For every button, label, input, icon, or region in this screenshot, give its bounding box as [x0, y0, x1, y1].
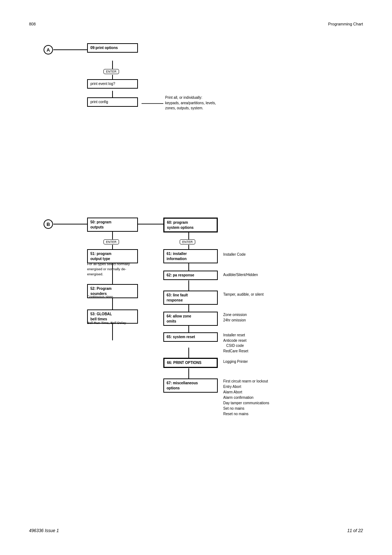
page: 808 Programming Chart A 09:print options… — [0, 0, 392, 555]
note-62: Audible/Silent/Hidden — [223, 272, 258, 278]
box-60: 60: programsystem options — [163, 218, 218, 232]
page-header: 808 Programming Chart — [29, 22, 363, 26]
note-66: Logging Printer — [223, 359, 248, 365]
page-number: 808 — [29, 22, 36, 26]
note-64: Zone omission24hr omission — [223, 312, 247, 323]
note-52: Continuous siren — [87, 294, 138, 299]
box-63: 63: line faultresponse — [163, 291, 218, 305]
enter-pill-a: ENTER — [103, 69, 119, 74]
circle-b-label: B — [44, 219, 53, 229]
note-63: Tamper, audible, or silent — [223, 292, 264, 297]
box-67: 67: miscellaneousoptions — [163, 378, 218, 393]
footer-left: 496336 Issue 1 — [29, 528, 59, 533]
box-65: 65: system reset — [163, 332, 218, 342]
enter-pill-b-left: ENTER — [103, 239, 119, 244]
box-print-config: print config — [87, 97, 138, 107]
section-a-annotation: Print all, or individually:keypads, area… — [165, 95, 216, 111]
box-print-event-log: print event log? — [87, 79, 138, 89]
note-53: Bell Run Time, Bell Delay — [87, 320, 138, 325]
note-51: For all types select normally energised … — [87, 262, 138, 276]
note-67: First circuit rearm or lockoutEntry Abor… — [223, 378, 269, 417]
page-footer: 496336 Issue 1 11 of 22 — [29, 528, 363, 533]
section-a-diagram: A 09:print options ENTER print event log… — [29, 37, 363, 117]
box-66: 66: PRINT OPTIONS — [163, 358, 218, 368]
note-61: Installer Code — [223, 252, 246, 258]
box-50: 50: programoutputs — [87, 218, 138, 232]
box-64: 64: allow zoneomits — [163, 312, 218, 326]
enter-pill-b-right: ENTER — [180, 239, 195, 244]
circle-a-label: A — [44, 45, 53, 54]
box-62: 62: pa response — [163, 271, 218, 280]
page-title: Programming Chart — [328, 22, 363, 26]
box-61: 61: installerinformation — [163, 249, 218, 263]
box-print-options: 09:print options — [87, 43, 138, 53]
footer-right: 11 of 22 — [347, 528, 363, 533]
section-b-diagram: B — [29, 211, 363, 466]
note-65: Installer resetAnticode reset CSID codeR… — [223, 333, 248, 354]
